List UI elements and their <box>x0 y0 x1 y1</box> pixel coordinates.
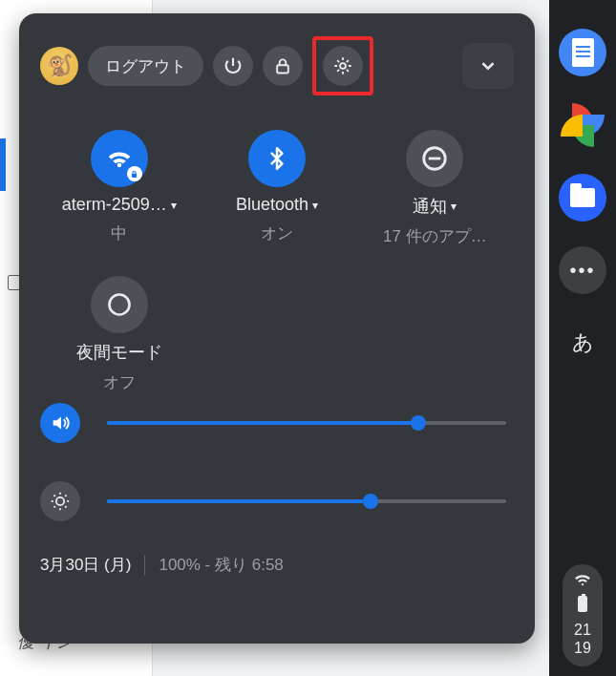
night-mode-tile: 夜間モード オフ <box>40 276 198 393</box>
footer-battery: 100% - 残り 6:58 <box>159 554 283 576</box>
status-wifi-icon <box>574 574 591 586</box>
volume-icon <box>50 412 71 433</box>
brightness-icon <box>50 491 71 512</box>
volume-row <box>40 403 506 443</box>
caret-down-icon: ▾ <box>171 199 177 212</box>
night-mode-sublabel: オフ <box>103 371 136 393</box>
wifi-tile: aterm-2509… ▾ 中 <box>40 130 198 247</box>
collapse-button[interactable] <box>462 43 514 89</box>
docs-icon <box>572 38 594 67</box>
sliders-section <box>40 403 514 521</box>
status-time-mm: 19 <box>574 640 591 657</box>
svg-point-1 <box>340 63 346 69</box>
gear-icon <box>332 55 353 76</box>
caret-down-icon: ▾ <box>451 200 457 213</box>
bluetooth-sublabel: オン <box>261 222 293 244</box>
status-time-hh: 21 <box>574 622 591 639</box>
quick-settings-panel: 🐒 ログアウト aterm-2509… <box>19 13 535 644</box>
background-indicator <box>0 138 6 191</box>
bluetooth-label: Bluetooth <box>236 195 308 215</box>
shelf-overflow-button[interactable]: ••• <box>559 246 606 294</box>
user-avatar[interactable]: 🐒 <box>40 47 78 85</box>
brightness-button[interactable] <box>40 481 80 521</box>
volume-button[interactable] <box>40 403 80 443</box>
night-mode-icon <box>106 291 133 318</box>
wifi-secure-badge <box>127 166 142 181</box>
brightness-row <box>40 481 506 521</box>
settings-button[interactable] <box>323 46 363 86</box>
wifi-sublabel: 中 <box>111 222 127 244</box>
wifi-toggle[interactable] <box>91 130 148 187</box>
logout-button[interactable]: ログアウト <box>88 46 203 86</box>
brightness-slider[interactable] <box>107 499 506 503</box>
wifi-label: aterm-2509… <box>62 195 167 215</box>
svg-point-5 <box>109 295 129 315</box>
shelf-app-files[interactable] <box>559 174 606 222</box>
lock-button[interactable] <box>263 46 303 86</box>
shelf-app-photos[interactable] <box>559 101 606 149</box>
night-mode-label-row[interactable]: 夜間モード <box>76 341 162 364</box>
status-battery-icon <box>578 596 587 612</box>
shelf-ime-button[interactable]: あ <box>559 319 606 367</box>
status-time: 21 19 <box>574 622 591 657</box>
night-mode-toggle[interactable] <box>91 276 148 333</box>
bluetooth-toggle[interactable] <box>248 130 306 187</box>
do-not-disturb-icon <box>420 144 449 173</box>
shelf: ••• あ 21 19 <box>549 0 616 676</box>
lock-icon <box>273 56 292 75</box>
settings-highlight <box>312 36 373 95</box>
volume-slider[interactable] <box>107 421 506 425</box>
notifications-sublabel: 17 件のアプ… <box>383 225 487 247</box>
folder-icon <box>570 188 595 207</box>
wifi-label-row[interactable]: aterm-2509… ▾ <box>62 195 177 215</box>
shelf-status-tray[interactable]: 21 19 <box>563 564 603 666</box>
notifications-toggle[interactable] <box>406 130 463 187</box>
shelf-app-docs[interactable] <box>559 29 606 76</box>
bluetooth-icon <box>265 143 289 174</box>
notifications-label-row[interactable]: 通知 ▾ <box>413 195 457 218</box>
svg-rect-0 <box>277 65 288 73</box>
notifications-tile: 通知 ▾ 17 件のアプ… <box>356 130 514 247</box>
notifications-label: 通知 <box>413 195 447 218</box>
night-mode-label: 夜間モード <box>76 341 162 364</box>
panel-header: 🐒 ログアウト <box>40 36 514 95</box>
svg-point-6 <box>56 497 64 505</box>
chevron-down-icon <box>478 55 499 76</box>
power-button[interactable] <box>213 46 253 86</box>
power-icon <box>223 55 244 76</box>
footer-date: 3月30日 (月) <box>40 554 131 576</box>
photos-icon <box>561 103 605 147</box>
quick-tiles-grid: aterm-2509… ▾ 中 Bluetooth ▾ オン 通知 ▾ 17 <box>40 130 514 393</box>
footer-divider <box>144 556 145 575</box>
panel-footer: 3月30日 (月) 100% - 残り 6:58 <box>40 554 514 576</box>
bluetooth-tile: Bluetooth ▾ オン <box>198 130 355 247</box>
bluetooth-label-row[interactable]: Bluetooth ▾ <box>236 195 318 215</box>
caret-down-icon: ▾ <box>312 199 318 212</box>
svg-rect-2 <box>132 173 137 177</box>
